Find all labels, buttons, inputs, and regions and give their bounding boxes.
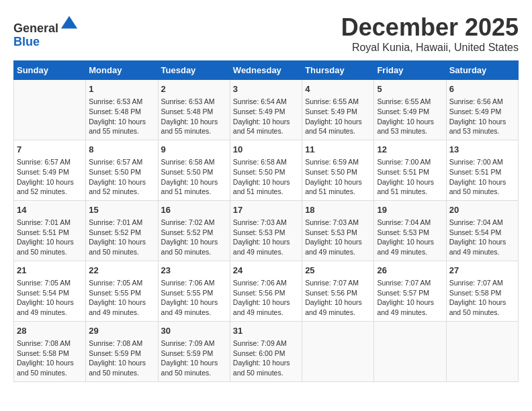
week-row-2: 7Sunrise: 6:57 AMSunset: 5:49 PMDaylight… xyxy=(14,140,519,200)
cell-info: Sunrise: 6:55 AMSunset: 5:49 PMDaylight:… xyxy=(377,97,443,136)
logo-text: General Blue xyxy=(13,13,79,49)
calendar-cell: 31Sunrise: 7:09 AMSunset: 6:00 PMDayligh… xyxy=(230,321,302,381)
svg-marker-0 xyxy=(61,16,77,29)
calendar-cell: 24Sunrise: 7:06 AMSunset: 5:56 PMDayligh… xyxy=(230,261,302,321)
logo-blue: Blue xyxy=(13,35,40,48)
cell-info: Sunrise: 7:04 AMSunset: 5:54 PMDaylight:… xyxy=(449,218,515,257)
day-number: 22 xyxy=(89,265,154,277)
calendar-cell: 26Sunrise: 7:07 AMSunset: 5:57 PMDayligh… xyxy=(374,261,446,321)
cell-info: Sunrise: 7:05 AMSunset: 5:54 PMDaylight:… xyxy=(17,278,83,318)
calendar-cell: 13Sunrise: 7:00 AMSunset: 5:51 PMDayligh… xyxy=(446,140,518,200)
day-number: 26 xyxy=(377,265,443,277)
cell-info: Sunrise: 7:00 AMSunset: 5:51 PMDaylight:… xyxy=(449,157,515,197)
day-number: 31 xyxy=(233,325,299,337)
day-number: 14 xyxy=(17,204,83,216)
cell-info: Sunrise: 7:00 AMSunset: 5:51 PMDaylight:… xyxy=(377,157,443,197)
day-number: 9 xyxy=(161,144,227,156)
column-header-thursday: Thursday xyxy=(302,61,374,80)
column-header-wednesday: Wednesday xyxy=(230,61,302,80)
day-number: 27 xyxy=(449,265,515,277)
calendar-cell: 19Sunrise: 7:04 AMSunset: 5:53 PMDayligh… xyxy=(374,200,446,261)
day-number: 13 xyxy=(449,144,515,156)
day-number: 6 xyxy=(449,83,515,95)
calendar-cell xyxy=(446,321,518,381)
calendar-cell: 25Sunrise: 7:07 AMSunset: 5:56 PMDayligh… xyxy=(302,261,374,321)
cell-info: Sunrise: 6:53 AMSunset: 5:48 PMDaylight:… xyxy=(161,97,227,136)
calendar-cell: 3Sunrise: 6:54 AMSunset: 5:49 PMDaylight… xyxy=(230,80,302,140)
calendar-cell: 9Sunrise: 6:58 AMSunset: 5:50 PMDaylight… xyxy=(158,140,230,200)
day-number: 21 xyxy=(17,265,83,277)
main-title: December 2025 xyxy=(341,13,519,42)
cell-info: Sunrise: 7:07 AMSunset: 5:57 PMDaylight:… xyxy=(377,278,443,318)
calendar-header-row: SundayMondayTuesdayWednesdayThursdayFrid… xyxy=(14,61,519,80)
calendar-cell: 18Sunrise: 7:03 AMSunset: 5:53 PMDayligh… xyxy=(302,200,374,261)
cell-info: Sunrise: 7:03 AMSunset: 5:53 PMDaylight:… xyxy=(233,218,299,257)
day-number: 15 xyxy=(89,204,154,216)
week-row-1: 1Sunrise: 6:53 AMSunset: 5:48 PMDaylight… xyxy=(14,80,519,140)
cell-info: Sunrise: 7:06 AMSunset: 5:56 PMDaylight:… xyxy=(233,278,299,318)
calendar-cell: 23Sunrise: 7:06 AMSunset: 5:55 PMDayligh… xyxy=(158,261,230,321)
calendar-cell: 22Sunrise: 7:05 AMSunset: 5:55 PMDayligh… xyxy=(86,261,158,321)
week-row-4: 21Sunrise: 7:05 AMSunset: 5:54 PMDayligh… xyxy=(14,261,519,321)
day-number: 7 xyxy=(17,144,83,156)
cell-info: Sunrise: 7:05 AMSunset: 5:55 PMDaylight:… xyxy=(89,278,154,318)
day-number: 28 xyxy=(17,325,83,337)
day-number: 18 xyxy=(305,204,371,216)
calendar-cell: 17Sunrise: 7:03 AMSunset: 5:53 PMDayligh… xyxy=(230,200,302,261)
day-number: 23 xyxy=(161,265,227,277)
cell-info: Sunrise: 6:53 AMSunset: 5:48 PMDaylight:… xyxy=(89,97,154,136)
day-number: 16 xyxy=(161,204,227,216)
cell-info: Sunrise: 7:09 AMSunset: 6:00 PMDaylight:… xyxy=(233,338,299,378)
calendar-cell: 4Sunrise: 6:55 AMSunset: 5:49 PMDaylight… xyxy=(302,80,374,140)
calendar-cell: 7Sunrise: 6:57 AMSunset: 5:49 PMDaylight… xyxy=(14,140,86,200)
cell-info: Sunrise: 7:08 AMSunset: 5:59 PMDaylight:… xyxy=(89,338,154,378)
cell-info: Sunrise: 6:58 AMSunset: 5:50 PMDaylight:… xyxy=(233,157,299,197)
calendar-cell: 21Sunrise: 7:05 AMSunset: 5:54 PMDayligh… xyxy=(14,261,86,321)
calendar-cell: 29Sunrise: 7:08 AMSunset: 5:59 PMDayligh… xyxy=(86,321,158,381)
column-header-tuesday: Tuesday xyxy=(158,61,230,80)
calendar-cell: 12Sunrise: 7:00 AMSunset: 5:51 PMDayligh… xyxy=(374,140,446,200)
column-header-sunday: Sunday xyxy=(14,61,86,80)
cell-info: Sunrise: 6:54 AMSunset: 5:49 PMDaylight:… xyxy=(233,97,299,136)
column-header-friday: Friday xyxy=(374,61,446,80)
day-number: 20 xyxy=(449,204,515,216)
calendar-cell: 1Sunrise: 6:53 AMSunset: 5:48 PMDaylight… xyxy=(86,80,158,140)
logo-general: General xyxy=(13,21,58,35)
day-number: 4 xyxy=(305,83,371,95)
calendar-cell: 15Sunrise: 7:01 AMSunset: 5:52 PMDayligh… xyxy=(86,200,158,261)
day-number: 11 xyxy=(305,144,371,156)
day-number: 10 xyxy=(233,144,299,156)
cell-info: Sunrise: 6:57 AMSunset: 5:49 PMDaylight:… xyxy=(17,157,83,197)
cell-info: Sunrise: 7:02 AMSunset: 5:52 PMDaylight:… xyxy=(161,218,227,257)
week-row-5: 28Sunrise: 7:08 AMSunset: 5:58 PMDayligh… xyxy=(14,321,519,381)
cell-info: Sunrise: 7:08 AMSunset: 5:58 PMDaylight:… xyxy=(17,338,83,378)
calendar-cell: 30Sunrise: 7:09 AMSunset: 5:59 PMDayligh… xyxy=(158,321,230,381)
logo: General Blue xyxy=(13,13,79,49)
day-number: 5 xyxy=(377,83,443,95)
cell-info: Sunrise: 6:55 AMSunset: 5:49 PMDaylight:… xyxy=(305,97,371,136)
cell-info: Sunrise: 7:01 AMSunset: 5:52 PMDaylight:… xyxy=(89,218,154,257)
calendar-cell: 28Sunrise: 7:08 AMSunset: 5:58 PMDayligh… xyxy=(14,321,86,381)
subtitle: Royal Kunia, Hawaii, United States xyxy=(341,42,519,54)
cell-info: Sunrise: 6:57 AMSunset: 5:50 PMDaylight:… xyxy=(89,157,154,197)
day-number: 29 xyxy=(89,325,154,337)
calendar-cell: 16Sunrise: 7:02 AMSunset: 5:52 PMDayligh… xyxy=(158,200,230,261)
column-header-saturday: Saturday xyxy=(446,61,518,80)
week-row-3: 14Sunrise: 7:01 AMSunset: 5:51 PMDayligh… xyxy=(14,200,519,261)
cell-info: Sunrise: 7:07 AMSunset: 5:56 PMDaylight:… xyxy=(305,278,371,318)
day-number: 19 xyxy=(377,204,443,216)
day-number: 2 xyxy=(161,83,227,95)
cell-info: Sunrise: 6:59 AMSunset: 5:50 PMDaylight:… xyxy=(305,157,371,197)
calendar-cell: 2Sunrise: 6:53 AMSunset: 5:48 PMDaylight… xyxy=(158,80,230,140)
calendar-cell: 10Sunrise: 6:58 AMSunset: 5:50 PMDayligh… xyxy=(230,140,302,200)
calendar-cell: 11Sunrise: 6:59 AMSunset: 5:50 PMDayligh… xyxy=(302,140,374,200)
day-number: 1 xyxy=(89,83,154,95)
cell-info: Sunrise: 7:09 AMSunset: 5:59 PMDaylight:… xyxy=(161,338,227,378)
calendar-cell: 20Sunrise: 7:04 AMSunset: 5:54 PMDayligh… xyxy=(446,200,518,261)
column-header-monday: Monday xyxy=(86,61,158,80)
cell-info: Sunrise: 7:01 AMSunset: 5:51 PMDaylight:… xyxy=(17,218,83,257)
cell-info: Sunrise: 6:58 AMSunset: 5:50 PMDaylight:… xyxy=(161,157,227,197)
calendar-cell: 27Sunrise: 7:07 AMSunset: 5:58 PMDayligh… xyxy=(446,261,518,321)
day-number: 30 xyxy=(161,325,227,337)
calendar-cell: 14Sunrise: 7:01 AMSunset: 5:51 PMDayligh… xyxy=(14,200,86,261)
